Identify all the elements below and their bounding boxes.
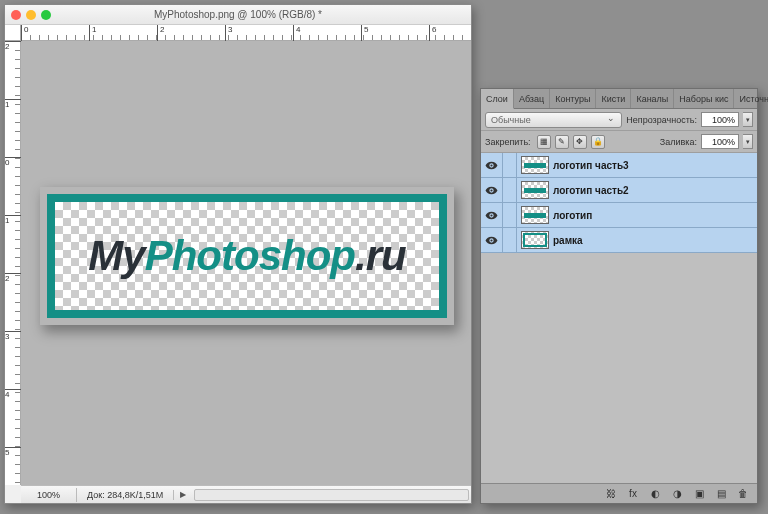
layer-row[interactable]: логотип часть3 (481, 153, 757, 178)
logo-part3: .ru (355, 232, 406, 279)
layer-name[interactable]: логотип часть2 (553, 185, 629, 196)
layer-name[interactable]: рамка (553, 235, 583, 246)
group-icon[interactable]: ▣ (691, 486, 707, 502)
layer-row[interactable]: рамка (481, 228, 757, 253)
fx-icon[interactable]: fx (625, 486, 641, 502)
lock-label: Закрепить: (485, 137, 531, 147)
zoom-level[interactable]: 100% (21, 488, 77, 502)
layer-thumbnail[interactable] (521, 181, 549, 199)
ruler-tick: 1 (89, 25, 96, 41)
full-lock-icon[interactable]: 🔒 (591, 135, 605, 149)
ruler-tick: 3 (5, 331, 21, 341)
ruler-tick: 5 (5, 447, 21, 457)
ruler-vertical[interactable]: 21012345 (5, 41, 21, 485)
ruler-tick: 2 (5, 41, 21, 51)
ruler-tick: 3 (225, 25, 232, 41)
layer-name[interactable]: логотип (553, 210, 592, 221)
layer-row[interactable]: логотип часть2 (481, 178, 757, 203)
ruler-tick: 2 (5, 273, 21, 283)
document-window: MyPhotoshop.png @ 100% (RGB/8) * 0123456… (4, 4, 472, 504)
tab-кисти[interactable]: Кисти (596, 89, 631, 108)
logo-part2: Photoshop (145, 232, 355, 279)
ruler-tick: 0 (5, 157, 21, 167)
chevron-right-icon[interactable]: ▶ (174, 490, 192, 499)
brush-lock-icon[interactable]: ✎ (555, 135, 569, 149)
chevron-down-icon[interactable]: ▾ (743, 134, 753, 149)
eye-icon[interactable] (481, 178, 503, 202)
minimize-icon[interactable] (26, 10, 36, 20)
fill-value: 100% (712, 137, 735, 147)
move-lock-icon[interactable]: ✥ (573, 135, 587, 149)
eye-icon[interactable] (481, 203, 503, 227)
tab-наборы кис[interactable]: Наборы кис (674, 89, 734, 108)
ruler-tick: 2 (157, 25, 164, 41)
tab-контуры[interactable]: Контуры (550, 89, 596, 108)
layer-row[interactable]: логотип (481, 203, 757, 228)
ruler-tick: 5 (361, 25, 368, 41)
logo-text: MyPhotoshop.ru (88, 232, 405, 280)
link-column[interactable] (503, 203, 517, 227)
lock-fill-row: Закрепить: ▦✎✥🔒 Заливка: 100% ▾ (481, 131, 757, 153)
opacity-field[interactable]: 100% (701, 112, 739, 127)
doc-size-info[interactable]: Док: 284,8K/1,51M (77, 490, 174, 500)
layer-thumbnail[interactable] (521, 231, 549, 249)
opacity-value: 100% (712, 115, 735, 125)
logo-part1: My (88, 232, 144, 279)
tab-слои[interactable]: Слои (481, 89, 514, 109)
ruler-origin[interactable] (5, 25, 21, 41)
ruler-tick: 1 (5, 99, 21, 109)
ruler-tick: 4 (5, 389, 21, 399)
scrollbar-horizontal[interactable] (194, 489, 469, 501)
adjustment-icon[interactable]: ◑ (669, 486, 685, 502)
tab-каналы[interactable]: Каналы (631, 89, 674, 108)
layers-panel: СлоиАбзацКонтурыКистиКаналыНаборы кисИст… (480, 88, 758, 504)
blend-opacity-row: Обычные Непрозрачность: 100% ▾ (481, 109, 757, 131)
ruler-tick: 0 (21, 25, 28, 41)
new-layer-icon[interactable]: ▤ (713, 486, 729, 502)
tab-источник кл[interactable]: Источник кл (734, 89, 768, 108)
window-titlebar[interactable]: MyPhotoshop.png @ 100% (RGB/8) * (5, 5, 471, 25)
link-column[interactable] (503, 228, 517, 252)
ruler-tick: 1 (5, 215, 21, 225)
layer-name[interactable]: логотип часть3 (553, 160, 629, 171)
panel-tabs: СлоиАбзацКонтурыКистиКаналыНаборы кисИст… (481, 89, 757, 109)
window-title: MyPhotoshop.png @ 100% (RGB/8) * (5, 9, 471, 20)
ruler-tick: 6 (429, 25, 436, 41)
artwork[interactable]: MyPhotoshop.ru (39, 186, 455, 326)
fill-label: Заливка: (660, 137, 697, 147)
eye-icon[interactable] (481, 228, 503, 252)
ruler-horizontal[interactable]: 0123456 (21, 25, 471, 41)
close-icon[interactable] (11, 10, 21, 20)
ruler-tick: 4 (293, 25, 300, 41)
mask-icon[interactable]: ◐ (647, 486, 663, 502)
frame-shape: MyPhotoshop.ru (47, 194, 447, 318)
eye-icon[interactable] (481, 153, 503, 177)
blend-mode-select[interactable]: Обычные (485, 112, 622, 128)
chevron-down-icon[interactable]: ▾ (743, 112, 753, 127)
transparency-lock-icon[interactable]: ▦ (537, 135, 551, 149)
trash-icon[interactable]: 🗑 (735, 486, 751, 502)
link-layers-icon[interactable]: ⛓ (603, 486, 619, 502)
layer-list[interactable]: логотип часть3логотип часть2логотипрамка (481, 153, 757, 483)
zoom-icon[interactable] (41, 10, 51, 20)
blend-mode-value: Обычные (491, 115, 531, 125)
link-column[interactable] (503, 153, 517, 177)
layer-thumbnail[interactable] (521, 156, 549, 174)
canvas-area[interactable]: MyPhotoshop.ru (21, 41, 471, 485)
link-column[interactable] (503, 178, 517, 202)
doc-size-label: Док: (87, 490, 105, 500)
status-bar: 100% Док: 284,8K/1,51M ▶ (21, 485, 471, 503)
panel-footer: ⛓fx◐◑▣▤🗑 (481, 483, 757, 503)
doc-size-value: 284,8K/1,51M (107, 490, 163, 500)
layer-thumbnail[interactable] (521, 206, 549, 224)
fill-field[interactable]: 100% (701, 134, 739, 149)
opacity-label: Непрозрачность: (626, 115, 697, 125)
tab-абзац[interactable]: Абзац (514, 89, 550, 108)
